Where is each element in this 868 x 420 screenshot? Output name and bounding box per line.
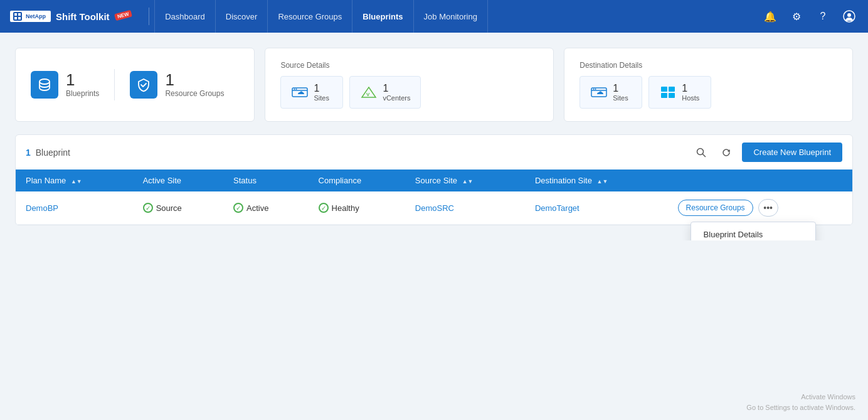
navbar: NetApp Shift Toolkit NEW Dashboard Disco… bbox=[0, 0, 868, 33]
svg-point-9 bbox=[294, 89, 295, 90]
resource-groups-button[interactable]: Resource Groups bbox=[678, 200, 753, 216]
search-btn[interactable] bbox=[692, 143, 711, 162]
source-sites-item: 1 Sites bbox=[280, 76, 343, 109]
col-plan-name: Plan Name ▲▼ bbox=[16, 170, 133, 191]
col-active-site: Active Site bbox=[133, 170, 223, 191]
svg-rect-2 bbox=[18, 13, 21, 16]
col-actions bbox=[668, 170, 852, 191]
active-site-dot: ✓ bbox=[143, 203, 153, 213]
user-icon[interactable] bbox=[840, 8, 858, 25]
source-site-link[interactable]: DemoSRC bbox=[415, 203, 454, 213]
source-sites-label: Sites bbox=[314, 94, 329, 102]
blueprint-count: 1 Blueprint bbox=[26, 148, 70, 158]
status-cell: ✓ Active bbox=[233, 203, 299, 213]
blueprints-count: 1 bbox=[66, 72, 99, 88]
settings-icon[interactable]: ⚙ bbox=[788, 8, 805, 25]
cell-plan-name: DemoBP bbox=[16, 191, 133, 225]
source-detail-items: 1 Sites V 1 vCenters bbox=[280, 76, 538, 109]
svg-rect-19 bbox=[669, 93, 675, 98]
col-compliance: Compliance bbox=[309, 170, 405, 191]
destination-detail-items: 1 Sites 1 Hosts bbox=[580, 76, 837, 109]
destination-hosts-count: 1 bbox=[682, 83, 699, 94]
table-actions: Create New Blueprint bbox=[692, 143, 842, 162]
svg-point-15 bbox=[595, 89, 596, 90]
nav-discover[interactable]: Discover bbox=[216, 0, 268, 33]
blueprints-label: Blueprints bbox=[66, 89, 99, 98]
destination-hosts-icon bbox=[659, 85, 677, 100]
more-actions-button[interactable]: ••• bbox=[758, 199, 778, 217]
destination-sites-count: 1 bbox=[613, 83, 628, 94]
destination-sites-icon bbox=[590, 85, 608, 100]
status-dot: ✓ bbox=[233, 203, 243, 213]
help-icon[interactable]: ? bbox=[814, 8, 832, 25]
svg-rect-18 bbox=[661, 93, 667, 98]
stats-row: 1 Blueprints 1 Resource Groups bbox=[15, 48, 853, 122]
table-row: DemoBP ✓ Source ✓ Active bbox=[16, 191, 852, 225]
col-destination-site: Destination Site ▲▼ bbox=[525, 170, 668, 191]
svg-rect-3 bbox=[14, 17, 17, 19]
nav-icons: 🔔 ⚙ ? bbox=[761, 8, 858, 25]
action-col: Resource Groups ••• Blueprint Details Ed… bbox=[678, 199, 842, 217]
svg-rect-1 bbox=[14, 13, 17, 16]
svg-text:V: V bbox=[366, 92, 370, 97]
destination-sites-item: 1 Sites bbox=[580, 76, 642, 109]
new-badge: NEW bbox=[114, 9, 132, 21]
svg-line-21 bbox=[703, 154, 706, 156]
stat-resource-groups: 1 Resource Groups bbox=[115, 71, 239, 99]
destination-site-link[interactable]: DemoTarget bbox=[535, 203, 580, 213]
table-header-row: 1 Blueprint Create New Blueprint bbox=[16, 135, 852, 170]
source-vcenters-count: 1 bbox=[383, 83, 410, 94]
plan-name-link[interactable]: DemoBP bbox=[26, 203, 58, 213]
source-vcenters-label: vCenters bbox=[383, 94, 410, 102]
cell-destination-site: DemoTarget bbox=[525, 191, 668, 225]
cell-active-site: ✓ Source bbox=[133, 191, 223, 225]
nav-dashboard[interactable]: Dashboard bbox=[154, 0, 216, 33]
blueprints-table: Plan Name ▲▼ Active Site Status Complian… bbox=[16, 170, 852, 225]
stats-card-main: 1 Blueprints 1 Resource Groups bbox=[15, 48, 255, 122]
destination-details-title: Destination Details bbox=[580, 61, 837, 70]
destination-hosts-label: Hosts bbox=[682, 94, 699, 102]
dropdown-blueprint-details[interactable]: Blueprint Details bbox=[691, 222, 815, 240]
brand: NetApp Shift Toolkit NEW bbox=[10, 11, 131, 22]
cell-status: ✓ Active bbox=[223, 191, 309, 225]
refresh-btn[interactable] bbox=[717, 143, 736, 162]
create-blueprint-button[interactable]: Create New Blueprint bbox=[742, 143, 842, 162]
app-name: Shift Toolkit bbox=[56, 11, 110, 22]
nav-blueprints[interactable]: Blueprints bbox=[352, 0, 413, 33]
stats-card-destination: Destination Details 1 Site bbox=[564, 48, 853, 122]
resource-groups-count: 1 bbox=[165, 72, 224, 88]
sort-plan-name[interactable]: ▲▼ bbox=[71, 178, 82, 185]
svg-point-6 bbox=[847, 13, 851, 17]
destination-sites-label: Sites bbox=[613, 94, 628, 102]
col-source-site: Source Site ▲▼ bbox=[405, 170, 525, 191]
svg-rect-4 bbox=[18, 17, 21, 19]
sort-destination-site[interactable]: ▲▼ bbox=[597, 178, 608, 185]
stat-blueprints: 1 Blueprints bbox=[31, 71, 114, 99]
destination-hosts-item: 1 Hosts bbox=[648, 76, 711, 109]
blueprint-icon bbox=[31, 71, 58, 99]
compliance-cell: ✓ Healthy bbox=[319, 203, 395, 213]
dropdown-menu: Blueprint Details Edit Blueprint Migrate… bbox=[691, 222, 816, 240]
table-section: 1 Blueprint Create New Blueprint bbox=[15, 134, 853, 225]
sort-source-site[interactable]: ▲▼ bbox=[462, 178, 474, 185]
svg-rect-16 bbox=[661, 87, 667, 92]
stats-card-source: Source Details 1 bbox=[265, 48, 554, 122]
svg-point-7 bbox=[40, 79, 50, 84]
cell-source-site: DemoSRC bbox=[405, 191, 525, 225]
netapp-logo: NetApp bbox=[10, 11, 51, 22]
main-content: 1 Blueprints 1 Resource Groups bbox=[0, 33, 868, 240]
nav-job-monitoring[interactable]: Job Monitoring bbox=[414, 0, 488, 33]
nav-divider bbox=[149, 8, 149, 25]
nav-resource-groups[interactable]: Resource Groups bbox=[268, 0, 352, 33]
notification-icon[interactable]: 🔔 bbox=[761, 8, 779, 25]
svg-rect-17 bbox=[669, 87, 675, 92]
dropdown-container: ••• Blueprint Details Edit Blueprint Mig… bbox=[758, 199, 778, 217]
active-site-status: ✓ Source bbox=[143, 203, 213, 213]
compliance-dot: ✓ bbox=[319, 203, 329, 213]
svg-point-10 bbox=[296, 89, 297, 90]
nav-links: Dashboard Discover Resource Groups Bluep… bbox=[154, 0, 761, 33]
resource-groups-label: Resource Groups bbox=[165, 89, 224, 98]
source-sites-icon bbox=[291, 85, 309, 100]
cell-actions: Resource Groups ••• Blueprint Details Ed… bbox=[668, 191, 852, 225]
source-sites-count: 1 bbox=[314, 83, 329, 94]
